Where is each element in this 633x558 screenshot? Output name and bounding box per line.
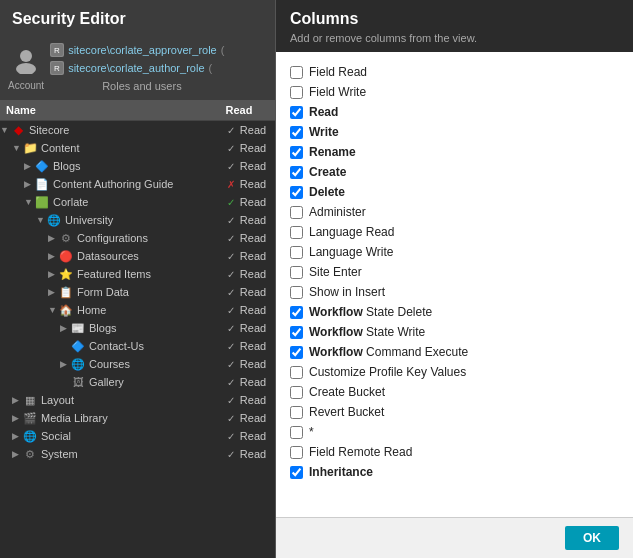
workflow-state-write-checkbox[interactable] bbox=[290, 326, 303, 339]
workflow-state-delete-checkbox[interactable] bbox=[290, 306, 303, 319]
tree-item-layout[interactable]: ▶ ▦ Layout ✓ Read bbox=[0, 391, 275, 409]
revert-bucket-label[interactable]: Revert Bucket bbox=[309, 405, 384, 419]
inheritance-checkbox[interactable] bbox=[290, 466, 303, 479]
column-language-read[interactable]: Language Read bbox=[290, 222, 619, 242]
revert-bucket-checkbox[interactable] bbox=[290, 406, 303, 419]
role-icon: R bbox=[50, 43, 64, 57]
administer-label[interactable]: Administer bbox=[309, 205, 366, 219]
arrow-icon: ▶ bbox=[24, 161, 34, 171]
column-rename[interactable]: Rename bbox=[290, 142, 619, 162]
role-text: sitecore\corlate_author_role bbox=[68, 62, 204, 74]
inheritance-label[interactable]: Inheritance bbox=[309, 465, 373, 479]
language-write-label[interactable]: Language Write bbox=[309, 245, 394, 259]
site-enter-label[interactable]: Site Enter bbox=[309, 265, 362, 279]
column-create[interactable]: Create bbox=[290, 162, 619, 182]
tree-item-social[interactable]: ▶ 🌐 Social ✓ Read bbox=[0, 427, 275, 445]
tree-item-courses[interactable]: ▶ 🌐 Courses ✓ Read bbox=[0, 355, 275, 373]
tree-item-configurations[interactable]: ▶ ⚙ Configurations ✓ Read bbox=[0, 229, 275, 247]
tree-item-corlate[interactable]: ▼ 🟩 Corlate ✓ Read bbox=[0, 193, 275, 211]
tree-item-system[interactable]: ▶ ⚙ System ✓ Read bbox=[0, 445, 275, 463]
delete-checkbox[interactable] bbox=[290, 186, 303, 199]
read-checkbox[interactable] bbox=[290, 106, 303, 119]
workflow-state-write-label[interactable]: Workflow State Write bbox=[309, 325, 425, 339]
show-in-insert-label[interactable]: Show in Insert bbox=[309, 285, 385, 299]
read-cell: ✓ Read bbox=[215, 249, 275, 263]
field-remote-read-checkbox[interactable] bbox=[290, 446, 303, 459]
ok-button[interactable]: OK bbox=[565, 526, 619, 550]
column-language-write[interactable]: Language Write bbox=[290, 242, 619, 262]
column-delete[interactable]: Delete bbox=[290, 182, 619, 202]
arrow-icon: ▶ bbox=[48, 233, 58, 243]
rename-label[interactable]: Rename bbox=[309, 145, 356, 159]
read-label[interactable]: Read bbox=[309, 105, 338, 119]
language-read-checkbox[interactable] bbox=[290, 226, 303, 239]
tree-item-gallery[interactable]: ▶ 🖼 Gallery ✓ Read bbox=[0, 373, 275, 391]
column-show-in-insert[interactable]: Show in Insert bbox=[290, 282, 619, 302]
create-bucket-label[interactable]: Create Bucket bbox=[309, 385, 385, 399]
delete-label[interactable]: Delete bbox=[309, 185, 345, 199]
write-checkbox[interactable] bbox=[290, 126, 303, 139]
tree-item-blogs[interactable]: ▶ 🔷 Blogs ✓ Read bbox=[0, 157, 275, 175]
write-label[interactable]: Write bbox=[309, 125, 339, 139]
column-create-bucket[interactable]: Create Bucket bbox=[290, 382, 619, 402]
tree-label: Gallery bbox=[89, 376, 215, 388]
show-in-insert-checkbox[interactable] bbox=[290, 286, 303, 299]
tree-item-sitecore[interactable]: ▼ ◆ Sitecore ✓ Read bbox=[0, 121, 275, 139]
data-icon: 🔴 bbox=[58, 249, 74, 263]
create-label[interactable]: Create bbox=[309, 165, 346, 179]
administer-checkbox[interactable] bbox=[290, 206, 303, 219]
column-workflow-state-write[interactable]: Workflow State Write bbox=[290, 322, 619, 342]
column-read[interactable]: Read bbox=[290, 102, 619, 122]
column-administer[interactable]: Administer bbox=[290, 202, 619, 222]
workflow-command-execute-checkbox[interactable] bbox=[290, 346, 303, 359]
tree-item-featured[interactable]: ▶ ⭐ Featured Items ✓ Read bbox=[0, 265, 275, 283]
workflow-command-execute-label[interactable]: Workflow Command Execute bbox=[309, 345, 468, 359]
featured-icon: ⭐ bbox=[58, 267, 74, 281]
column-customize-profile[interactable]: Customize Profile Key Values bbox=[290, 362, 619, 382]
social-icon: 🌐 bbox=[22, 429, 38, 443]
workflow-state-delete-label[interactable]: Workflow State Delete bbox=[309, 305, 432, 319]
field-write-checkbox[interactable] bbox=[290, 86, 303, 99]
language-write-checkbox[interactable] bbox=[290, 246, 303, 259]
language-read-label[interactable]: Language Read bbox=[309, 225, 394, 239]
read-cell: ✓ Read bbox=[215, 213, 275, 227]
column-workflow-command-execute[interactable]: Workflow Command Execute bbox=[290, 342, 619, 362]
column-site-enter[interactable]: Site Enter bbox=[290, 262, 619, 282]
tree-item-formdata[interactable]: ▶ 📋 Form Data ✓ Read bbox=[0, 283, 275, 301]
field-read-label[interactable]: Field Read bbox=[309, 65, 367, 79]
field-remote-read-label[interactable]: Field Remote Read bbox=[309, 445, 412, 459]
column-field-remote-read[interactable]: Field Remote Read bbox=[290, 442, 619, 462]
field-read-checkbox[interactable] bbox=[290, 66, 303, 79]
role-item[interactable]: R sitecore\corlate_author_role ( bbox=[50, 60, 267, 76]
column-inheritance[interactable]: Inheritance bbox=[290, 462, 619, 482]
column-write[interactable]: Write bbox=[290, 122, 619, 142]
star-checkbox[interactable] bbox=[290, 426, 303, 439]
create-bucket-checkbox[interactable] bbox=[290, 386, 303, 399]
tree-item-datasources[interactable]: ▶ 🔴 Datasources ✓ Read bbox=[0, 247, 275, 265]
column-workflow-state-delete[interactable]: Workflow State Delete bbox=[290, 302, 619, 322]
dialog-header: Columns Add or remove columns from the v… bbox=[276, 0, 633, 52]
tree-item-contact[interactable]: ▶ 🔷 Contact-Us ✓ Read bbox=[0, 337, 275, 355]
tree-item-guide[interactable]: ▶ 📄 Content Authoring Guide ✗ Read bbox=[0, 175, 275, 193]
tree-item-university[interactable]: ▼ 🌐 University ✓ Read bbox=[0, 211, 275, 229]
create-checkbox[interactable] bbox=[290, 166, 303, 179]
read-check-icon: ✓ bbox=[224, 411, 238, 425]
read-text: Read bbox=[240, 232, 266, 244]
column-star[interactable]: * bbox=[290, 422, 619, 442]
rename-checkbox[interactable] bbox=[290, 146, 303, 159]
column-revert-bucket[interactable]: Revert Bucket bbox=[290, 402, 619, 422]
customize-profile-checkbox[interactable] bbox=[290, 366, 303, 379]
customize-profile-label[interactable]: Customize Profile Key Values bbox=[309, 365, 466, 379]
tree-item-content[interactable]: ▼ 📁 Content ✓ Read bbox=[0, 139, 275, 157]
column-field-write[interactable]: Field Write bbox=[290, 82, 619, 102]
field-write-label[interactable]: Field Write bbox=[309, 85, 366, 99]
column-field-read[interactable]: Field Read bbox=[290, 62, 619, 82]
role-item[interactable]: R sitecore\corlate_approver_role ( bbox=[50, 42, 267, 58]
tree-item-media[interactable]: ▶ 🎬 Media Library ✓ Read bbox=[0, 409, 275, 427]
tree-item-home-blogs[interactable]: ▶ 📰 Blogs ✓ Read bbox=[0, 319, 275, 337]
site-enter-checkbox[interactable] bbox=[290, 266, 303, 279]
tree-label: Content Authoring Guide bbox=[53, 178, 215, 190]
tree-item-home[interactable]: ▼ 🏠 Home ✓ Read bbox=[0, 301, 275, 319]
star-label[interactable]: * bbox=[309, 425, 314, 439]
tree-body[interactable]: ▼ ◆ Sitecore ✓ Read ▼ 📁 Content ✓ Read bbox=[0, 121, 275, 558]
